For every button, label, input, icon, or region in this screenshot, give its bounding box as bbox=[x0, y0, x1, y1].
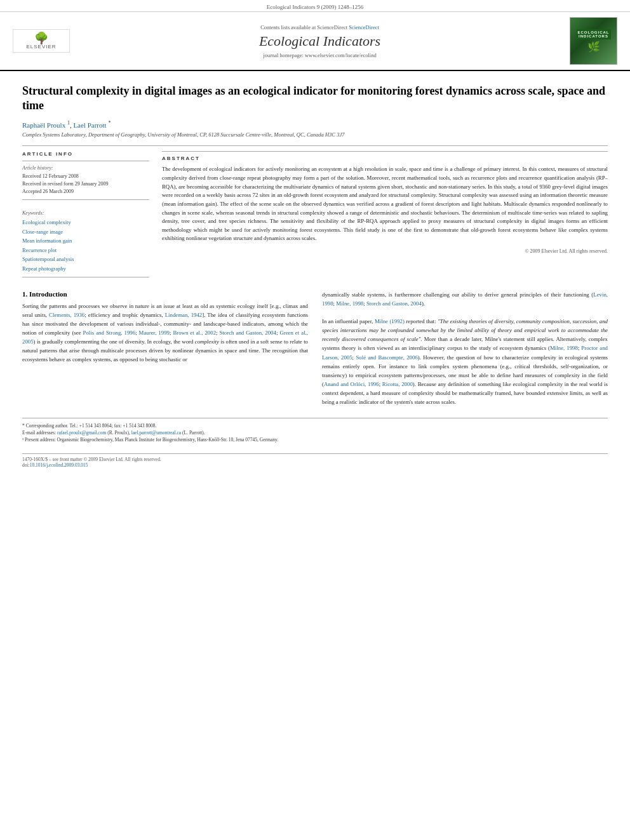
accepted: Accepted 26 March 2009 bbox=[22, 188, 149, 196]
journal-homepage: journal homepage: www.elsevier.com/locat… bbox=[76, 52, 563, 58]
abstract-block: ABSTRACT The development of ecological i… bbox=[162, 151, 608, 254]
keyword-2: Close-range image bbox=[22, 227, 149, 236]
cite-maurer: Maurer, 1999 bbox=[139, 330, 170, 336]
article-history-label: Article history: bbox=[22, 165, 149, 171]
body-section: 1. Introduction Sorting the patterns and… bbox=[22, 290, 608, 406]
journal-cover-image: ECOLOGICALINDICATORS 🌿 bbox=[570, 17, 617, 65]
cite-storch-2: Storch and Gaston, 2004 bbox=[366, 300, 422, 307]
abstract-text: The development of ecological indicators… bbox=[162, 165, 608, 243]
email-proulx[interactable]: rafael.proulx@gmail.com bbox=[57, 430, 106, 436]
author-proulx: Raphaël Proulx bbox=[22, 121, 65, 128]
footnote-section: * Corresponding author. Tel.: +1 514 343… bbox=[22, 418, 608, 444]
elsevier-logo: 🌳 ELSEVIER bbox=[13, 29, 70, 53]
author-parrott: Lael Parrott bbox=[73, 121, 106, 128]
received-1: Received 12 February 2008 bbox=[22, 173, 149, 180]
issn-text: 1470-160X/$ – see front matter © 2009 El… bbox=[22, 457, 161, 462]
intro-heading: 1. Introduction bbox=[22, 290, 308, 298]
elsevier-label: ELSEVIER bbox=[16, 44, 67, 50]
abstract-label: ABSTRACT bbox=[162, 156, 608, 161]
body-col-left: 1. Introduction Sorting the patterns and… bbox=[22, 290, 308, 406]
keyword-6: Repeat photography bbox=[22, 264, 149, 273]
footnote-star: * Corresponding author. Tel.: +1 514 343… bbox=[22, 422, 608, 429]
left-column: ARTICLE INFO Article history: Received 1… bbox=[22, 151, 149, 277]
cite-lindeman: Lindeman, 1942 bbox=[165, 312, 203, 318]
right-column: ABSTRACT The development of ecological i… bbox=[162, 151, 608, 277]
affiliation: Complex Systems Laboratory, Department o… bbox=[22, 131, 608, 138]
body-two-col: 1. Introduction Sorting the patterns and… bbox=[22, 290, 608, 406]
cite-storch: Storch and Gaston, 2004 bbox=[220, 330, 276, 336]
cite-anand: Anand and Orlóci, 1996 bbox=[324, 381, 379, 387]
journal-header: 🌳 ELSEVIER Contents lists available at S… bbox=[0, 12, 630, 71]
doi-link[interactable]: 10.1016/j.ecolind.2009.03.015 bbox=[30, 462, 88, 468]
elsevier-tree-icon: 🌳 bbox=[16, 32, 67, 44]
intro-text-col1: Sorting the patterns and processes we ob… bbox=[22, 302, 308, 364]
page-bottom-bar: 1470-160X/$ – see front matter © 2009 El… bbox=[22, 453, 608, 468]
cite-milne-98-2: Milne, 1998 bbox=[550, 345, 578, 351]
cite-milne-92: Milne (1992) bbox=[375, 318, 405, 324]
keyword-1: Ecological complexity bbox=[22, 218, 149, 227]
page-container: Ecological Indicators 9 (2009) 1248–1256… bbox=[0, 0, 630, 477]
cite-milne-98: Milne, 1998 bbox=[336, 300, 363, 307]
cite-ricotta: Ricotta, 2000 bbox=[382, 381, 413, 387]
cite-levin: Levin, 1998 bbox=[322, 291, 608, 307]
keywords-block: Keywords: Ecological complexity Close-ra… bbox=[22, 206, 149, 277]
keywords-label: Keywords: bbox=[22, 210, 149, 216]
journal-top-bar: Ecological Indicators 9 (2009) 1248–1256 bbox=[0, 0, 630, 12]
author-proulx-sup: 1 bbox=[67, 120, 70, 126]
article-history-block: Article history: Received 12 February 20… bbox=[22, 161, 149, 200]
copyright: © 2009 Elsevier Ltd. All rights reserved… bbox=[162, 248, 608, 254]
email-parrott[interactable]: lael.parrott@umontreal.ca bbox=[131, 430, 182, 436]
author-parrott-sup: * bbox=[108, 120, 111, 126]
sciencedirect-link[interactable]: ScienceDirect bbox=[349, 24, 379, 30]
divider-1 bbox=[22, 145, 608, 146]
received-revised: Received in revised form 29 January 2009 bbox=[22, 180, 149, 188]
contents-line: Contents lists available at ScienceDirec… bbox=[76, 24, 563, 30]
keyword-4: Recurrence plot bbox=[22, 246, 149, 255]
cite-brown: Brown et al., 2002 bbox=[173, 330, 216, 336]
footnote-email: E-mail addresses: rafael.proulx@gmail.co… bbox=[22, 429, 608, 436]
article-info-abstract: ARTICLE INFO Article history: Received 1… bbox=[22, 151, 608, 277]
keyword-3: Mean information gain bbox=[22, 236, 149, 245]
article-info-label: ARTICLE INFO bbox=[22, 151, 149, 157]
body-col-right: dynamically stable systems, is furthermo… bbox=[322, 290, 608, 406]
journal-title: Ecological Indicators bbox=[76, 33, 563, 50]
article-content: Structural complexity in digital images … bbox=[0, 71, 630, 477]
footnote-1: ¹ Present address: Organismic Biogeochem… bbox=[22, 436, 608, 443]
journal-info-top: Ecological Indicators 9 (2009) 1248–1256 bbox=[267, 4, 363, 10]
article-authors: Raphaël Proulx 1, Lael Parrott * bbox=[22, 120, 608, 129]
cite-sole: Solé and Bascompte, 2006 bbox=[356, 354, 417, 361]
cite-polis: Polis and Strong, 1996 bbox=[83, 330, 136, 336]
cite-clements: Clements, 1936 bbox=[49, 312, 84, 318]
issn-doi-block: 1470-160X/$ – see front matter © 2009 El… bbox=[22, 457, 161, 468]
article-title: Structural complexity in digital images … bbox=[22, 84, 608, 114]
keyword-5: Spatiotemporal analysis bbox=[22, 255, 149, 263]
journal-title-block: Contents lists available at ScienceDirec… bbox=[76, 24, 563, 58]
doi-text: doi:10.1016/j.ecolind.2009.03.015 bbox=[22, 462, 161, 468]
intro-text-col2: dynamically stable systems, is furthermo… bbox=[322, 290, 608, 406]
